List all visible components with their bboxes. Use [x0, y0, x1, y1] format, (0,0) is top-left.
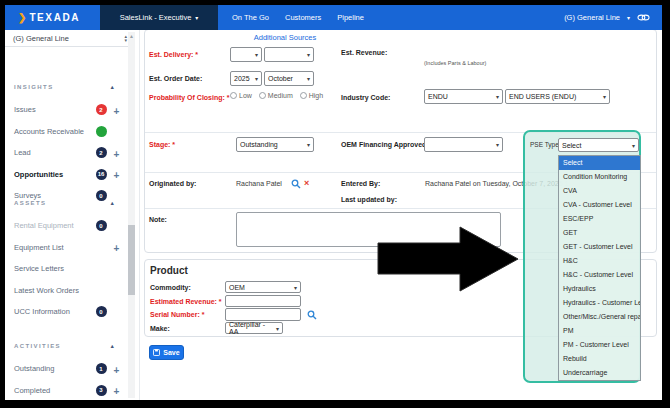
est-order-date-label: Est. Order Date: [149, 75, 202, 82]
clear-icon[interactable]: × [304, 178, 309, 188]
sidebar-scrollbar-thumb[interactable] [128, 225, 135, 295]
serial-number-label: Serial Number: * [150, 311, 204, 318]
oem-financing-label: OEM Financing Approved: [341, 141, 429, 148]
add-icon[interactable]: + [114, 365, 120, 376]
search-icon[interactable] [307, 310, 317, 320]
radio-label: Low [239, 92, 252, 99]
pse-option[interactable]: CVA [559, 184, 640, 198]
pse-option[interactable]: PM [559, 324, 640, 338]
pse-option[interactable]: Hydraulics - Customer Level [559, 296, 640, 310]
sidebar-item-ucc-information[interactable]: UCC Information 0 [5, 301, 129, 323]
scrollbar-up-icon[interactable]: ▲ [128, 32, 135, 40]
pse-option[interactable]: H&C [559, 254, 640, 268]
sidebar-item-outstanding[interactable]: Outstanding 1 + [5, 358, 129, 380]
radio-medium[interactable]: Medium [259, 92, 293, 99]
chevron-down-icon: ▾ [294, 284, 297, 291]
pse-option[interactable]: H&C - Customer Level [559, 268, 640, 282]
sidebar-item-opportunities[interactable]: Opportunities 16 + [5, 164, 129, 186]
pse-option[interactable]: Condition Monitoring [559, 170, 640, 184]
commodity-label: Commodity: [150, 284, 191, 291]
industry-desc-value: END USERS (ENDU) [509, 93, 576, 100]
radio-high[interactable]: High [300, 92, 323, 99]
section-title: INSIGHTS [14, 84, 110, 90]
order-month-value: October [268, 75, 293, 82]
texada-logo[interactable]: ❯ TEXADA [5, 5, 100, 30]
originated-by-value: Rachana Patel [236, 180, 282, 187]
save-button[interactable]: Save [149, 345, 184, 360]
collapse-icon[interactable]: ▲ [110, 343, 115, 349]
pse-option[interactable]: Select [559, 156, 640, 170]
count-badge: 1 [96, 363, 107, 374]
add-icon[interactable]: + [114, 106, 120, 117]
collapse-icon[interactable]: ▲ [110, 200, 115, 206]
chevron-down-icon: ▾ [255, 75, 258, 82]
nav-on-the-go[interactable]: On The Go [232, 13, 269, 22]
probability-label: Probability Of Closing: * [149, 94, 230, 101]
estimated-revenue-input[interactable] [225, 295, 301, 307]
order-month-select[interactable]: October▾ [264, 71, 314, 86]
sidebar-item-accounts-receivable[interactable]: Accounts Receivable [5, 121, 129, 143]
section-header-activities[interactable]: ACTIVITIES ▲ [5, 339, 129, 353]
section-header-insights[interactable]: INSIGHTS ▲ [5, 80, 129, 94]
note-textarea[interactable] [236, 212, 501, 247]
link-icon[interactable] [637, 13, 650, 22]
add-icon[interactable]: + [114, 170, 120, 181]
order-year-value: 2025 [234, 75, 250, 82]
radio-low[interactable]: Low [230, 92, 252, 99]
radio-label: Medium [268, 92, 293, 99]
commodity-select[interactable]: OEM▾ [225, 281, 301, 293]
pse-option[interactable]: PM - Customer Level [559, 338, 640, 352]
nav-customers[interactable]: Customers [285, 13, 321, 22]
branch-selector[interactable]: (G) General Line ▴▾ [5, 30, 133, 47]
sidebar-item-service-letters[interactable]: Service Letters [5, 258, 129, 280]
app-menu-dropdown[interactable]: SalesLink - Executive ▾ [100, 5, 218, 30]
industry-desc-select[interactable]: END USERS (ENDU)▾ [505, 89, 610, 104]
entered-by-label: Entered By: [341, 180, 380, 187]
count-badge: 0 [96, 306, 107, 317]
sidebar-item-equipment-list[interactable]: Equipment List + [5, 237, 129, 259]
make-select[interactable]: Caterpillar - AA▾ [225, 322, 283, 334]
spinner-icon: ▴▾ [124, 34, 127, 42]
industry-code-select[interactable]: ENDU▾ [424, 89, 503, 104]
sidebar-item-issues[interactable]: Issues 2 + [5, 99, 129, 121]
pse-option[interactable]: Rebuild [559, 352, 640, 366]
radio-icon [300, 92, 307, 99]
chevron-down-icon: ▾ [496, 93, 499, 100]
sidebar-scrollbar[interactable] [128, 32, 135, 398]
sidebar-item-lead[interactable]: Lead 2 + [5, 142, 129, 164]
add-icon[interactable]: + [114, 243, 120, 254]
sidebar-item-latest-work-orders[interactable]: Latest Work Orders [5, 280, 129, 302]
add-icon[interactable]: + [114, 386, 120, 397]
item-label: Rental Equipment [14, 221, 92, 230]
sidebar-item-rental-equipment[interactable]: Rental Equipment 0 [5, 215, 129, 237]
search-icon[interactable] [291, 179, 301, 189]
serial-number-input[interactable] [225, 308, 301, 321]
section-header-assets[interactable]: ASSETS ▲ [5, 196, 129, 210]
pse-type-select[interactable]: Select▾ [558, 138, 639, 152]
pse-option[interactable]: Other/Misc./General repairs [559, 310, 640, 324]
order-year-select[interactable]: 2025▾ [230, 71, 262, 86]
chevron-down-icon: ▾ [603, 93, 606, 100]
stage-select[interactable]: Outstanding▾ [236, 137, 314, 152]
pse-option[interactable]: ESC/EPP [559, 212, 640, 226]
add-icon[interactable]: + [114, 149, 120, 160]
est-delivery-month-select[interactable]: ▾ [264, 47, 314, 62]
additional-sources-link[interactable]: Additional Sources [235, 33, 335, 42]
account-selector[interactable]: (G) General Line ▾ [564, 5, 662, 30]
oem-financing-select[interactable]: ▾ [424, 137, 503, 152]
pse-option[interactable]: Undercarriage [559, 366, 640, 380]
branch-label: (G) General Line [13, 34, 124, 43]
sidebar-item-completed[interactable]: Completed 3 + [5, 380, 129, 402]
account-label: (G) General Line [564, 13, 620, 22]
radio-label: High [309, 92, 323, 99]
pse-option[interactable]: GET [559, 226, 640, 240]
collapse-icon[interactable]: ▲ [110, 84, 115, 90]
probability-radio-group: Low Medium High [230, 92, 323, 99]
chevron-down-icon: ▾ [307, 51, 310, 58]
pse-option[interactable]: GET - Customer Level [559, 240, 640, 254]
count-badge: 2 [96, 147, 107, 158]
nav-pipeline[interactable]: Pipeline [337, 13, 364, 22]
pse-option[interactable]: Hydraulics [559, 282, 640, 296]
est-delivery-year-select[interactable]: ▾ [230, 47, 262, 62]
pse-option[interactable]: CVA - Customer Level [559, 198, 640, 212]
